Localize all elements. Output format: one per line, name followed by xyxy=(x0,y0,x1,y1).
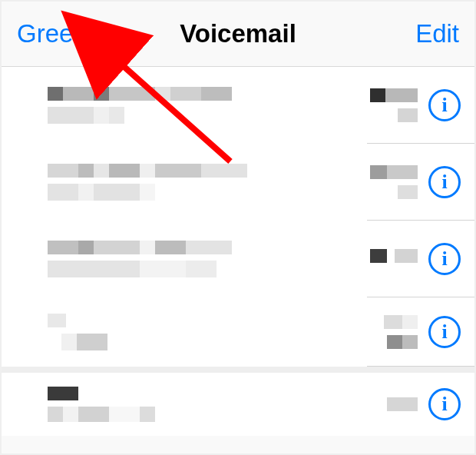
voicemail-row[interactable]: i xyxy=(2,297,474,367)
voicemail-meta xyxy=(387,397,418,411)
voicemail-meta xyxy=(370,165,418,199)
redacted-subtext xyxy=(48,107,364,124)
redacted-duration xyxy=(398,108,418,122)
voicemail-meta xyxy=(370,249,418,269)
voicemail-caller-block xyxy=(48,87,370,124)
redacted-date xyxy=(370,165,418,179)
redacted-duration xyxy=(387,335,418,349)
voicemail-row[interactable]: i xyxy=(2,144,474,221)
voicemail-meta xyxy=(384,315,418,349)
info-icon[interactable]: i xyxy=(428,316,461,348)
info-icon[interactable]: i xyxy=(428,243,461,275)
redacted-caller xyxy=(48,164,364,178)
voicemail-caller-block xyxy=(48,164,370,201)
info-icon[interactable]: i xyxy=(428,166,461,198)
redacted-caller xyxy=(48,387,381,400)
redacted-caller xyxy=(48,87,364,101)
redacted-caller xyxy=(48,241,364,254)
voicemail-caller-block xyxy=(48,387,387,422)
redacted-date xyxy=(384,315,418,329)
voicemail-list: i xyxy=(2,67,474,436)
redacted-duration xyxy=(398,185,418,199)
redacted-date xyxy=(370,249,418,263)
info-icon[interactable]: i xyxy=(428,89,461,121)
redacted-date xyxy=(370,88,418,102)
voicemail-row[interactable]: i xyxy=(2,67,474,144)
voicemail-row[interactable]: i xyxy=(2,221,474,297)
redacted-subtext xyxy=(48,261,364,277)
voicemail-meta xyxy=(370,88,418,122)
redacted-subtext xyxy=(48,184,364,201)
voicemail-caller-block xyxy=(48,314,384,350)
info-icon[interactable]: i xyxy=(428,388,461,420)
redacted-subtext xyxy=(48,407,381,422)
redacted-caller xyxy=(48,314,378,327)
voicemail-caller-block xyxy=(48,241,370,277)
navbar: Greeting Voicemail Edit xyxy=(2,2,474,67)
redacted-date xyxy=(387,397,418,411)
edit-button[interactable]: Edit xyxy=(415,19,459,48)
greeting-button[interactable]: Greeting xyxy=(17,19,114,48)
redacted-subtext xyxy=(48,334,378,350)
voicemail-row[interactable]: i xyxy=(2,367,474,436)
